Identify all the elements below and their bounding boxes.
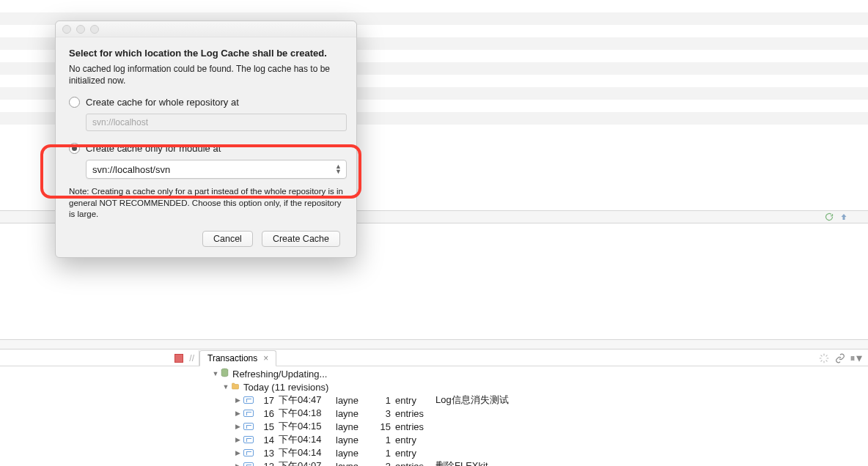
window-close-icon[interactable] (62, 25, 71, 34)
spinner-icon (818, 352, 830, 364)
radio-module-only[interactable]: Create cache only for module at (69, 143, 343, 154)
revision-row[interactable]: 14下午04:14layne1entry (207, 433, 868, 446)
revision-entry-count: 3 (376, 408, 395, 419)
link-icon[interactable] (834, 352, 846, 364)
disclosure-triangle-icon[interactable] (221, 383, 230, 391)
revision-number: 15 (258, 421, 279, 432)
revision-time: 下午04:14 (279, 433, 336, 446)
revision-row[interactable]: 12下午04:07layne3entries删除FLEXkit (207, 459, 868, 466)
dialog-subtext: No cached log information could be found… (69, 63, 343, 86)
disclosure-triangle-icon[interactable] (233, 449, 242, 456)
revision-icon (243, 396, 254, 404)
window-zoom-icon[interactable] (90, 25, 99, 34)
revision-icon (243, 462, 254, 466)
revision-number: 14 (258, 434, 279, 445)
tree-today-label: Today (11 revisions) (243, 382, 328, 393)
revision-message: 删除FLEXkit (435, 459, 488, 466)
disclosure-triangle-icon[interactable] (233, 436, 242, 443)
revision-number: 12 (258, 461, 279, 467)
create-cache-button[interactable]: Create Cache (262, 231, 340, 247)
revision-entry-count: 1 (376, 434, 395, 445)
disclosure-triangle-icon[interactable] (233, 462, 242, 466)
database-icon (220, 368, 229, 380)
svg-line-2 (821, 355, 822, 355)
revision-entry-count: 3 (376, 461, 395, 467)
revision-entry-unit: entry (395, 434, 435, 445)
revision-entry-unit: entry (395, 448, 435, 459)
tab-bar: Transactions × ▾ (199, 350, 868, 366)
revision-entry-unit: entries (395, 408, 435, 419)
svg-line-7 (826, 355, 827, 355)
log-cache-dialog: Select for which location the Log Cache … (55, 21, 357, 258)
disclosure-triangle-icon[interactable] (233, 410, 242, 417)
tab-close-icon[interactable]: × (263, 353, 268, 363)
revision-time: 下午04:15 (279, 420, 336, 433)
window-minimize-icon[interactable] (76, 25, 85, 34)
toolbar-divider-icon: // (189, 353, 194, 363)
svg-rect-10 (851, 359, 854, 360)
cancel-button[interactable]: Cancel (202, 231, 253, 247)
revision-author: layne (336, 434, 376, 445)
refresh-icon[interactable] (824, 212, 834, 222)
revision-number: 13 (258, 448, 279, 459)
dialog-titlebar[interactable] (56, 21, 356, 37)
svg-line-6 (821, 360, 822, 360)
svg-rect-9 (851, 358, 854, 358)
revision-icon (243, 449, 254, 456)
svg-rect-8 (851, 356, 854, 357)
revision-icon (243, 423, 254, 430)
disclosure-triangle-icon[interactable] (233, 423, 242, 430)
dialog-note: Note: Creating a cache only for a part i… (69, 186, 343, 221)
revision-entry-count: 1 (376, 395, 395, 406)
revision-time: 下午04:14 (279, 446, 336, 459)
revision-row[interactable]: 13下午04:14layne1entry (207, 446, 868, 459)
dialog-heading: Select for which location the Log Cache … (69, 48, 343, 59)
revision-entry-count: 15 (376, 421, 395, 432)
radio-icon[interactable] (69, 97, 80, 108)
revision-icon (243, 436, 254, 443)
revision-entry-count: 1 (376, 448, 395, 459)
left-mini-toolbar: // (0, 350, 199, 366)
revision-time: 下午04:47 (279, 393, 336, 407)
combo-stepper-icon[interactable]: ▲▼ (335, 164, 342, 174)
revision-row[interactable]: 17下午04:47layne1entryLog信息消失测试 (207, 393, 868, 407)
svg-line-3 (826, 360, 827, 360)
revision-icon (243, 410, 254, 417)
revision-time: 下午04:07 (279, 459, 336, 466)
radio-icon[interactable] (69, 143, 80, 154)
radio-module-label: Create cache only for module at (86, 143, 221, 154)
revision-row[interactable]: 15下午04:15layne15entries (207, 420, 868, 433)
tree-root-row[interactable]: Refreshing/Updating... (207, 367, 868, 380)
whole-repo-url-field: svn://localhost (86, 114, 347, 131)
module-url-combo[interactable]: svn://localhost/svn ▲▼ (86, 160, 347, 179)
settings-dropdown-icon[interactable]: ▾ (850, 352, 862, 364)
radio-whole-label: Create cache for whole repository at (86, 97, 239, 108)
revision-time: 下午04:18 (279, 407, 336, 420)
tab-label: Transactions (207, 353, 257, 363)
revision-entry-unit: entry (395, 395, 435, 406)
revision-message: Log信息消失测试 (435, 393, 509, 407)
disclosure-triangle-icon[interactable] (211, 370, 220, 377)
stop-icon[interactable] (174, 354, 183, 363)
whole-repo-url-value: svn://localhost (92, 117, 148, 127)
folder-icon (230, 382, 240, 393)
radio-whole-repository[interactable]: Create cache for whole repository at (69, 97, 343, 108)
horizontal-split-handle[interactable] (0, 339, 868, 350)
revision-author: layne (336, 448, 376, 459)
disclosure-triangle-icon[interactable] (233, 396, 242, 404)
revision-row[interactable]: 16下午04:18layne3entries (207, 407, 868, 420)
revision-author: layne (336, 408, 376, 419)
revision-author: layne (336, 461, 376, 467)
module-url-value: svn://localhost/svn (92, 164, 170, 175)
tree-today-row[interactable]: Today (11 revisions) (207, 380, 868, 393)
revision-author: layne (336, 395, 376, 406)
revision-author: layne (336, 421, 376, 432)
transactions-tree[interactable]: Refreshing/Updating... Today (11 revisio… (207, 367, 868, 466)
tab-transactions[interactable]: Transactions × (199, 350, 276, 366)
revision-number: 16 (258, 408, 279, 419)
up-arrow-icon[interactable] (839, 212, 849, 222)
revision-number: 17 (258, 395, 279, 406)
revision-entry-unit: entries (395, 421, 435, 432)
revision-entry-unit: entries (395, 461, 435, 467)
tree-root-label: Refreshing/Updating... (232, 369, 327, 380)
